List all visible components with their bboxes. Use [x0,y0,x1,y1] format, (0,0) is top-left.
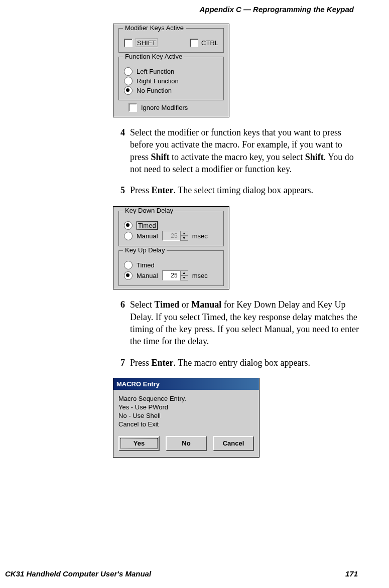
unit-label: msec [192,232,208,240]
label-ctrl: CTRL [201,39,218,47]
step-text: Press [130,185,152,195]
yes-button[interactable]: Yes [118,436,160,452]
step-5: 5 Press Enter. The select timing dialog … [113,184,359,196]
bold-shift: Shift [151,152,170,162]
chevron-up-icon[interactable]: ▲ [180,270,188,275]
label-no-function: No Function [137,87,172,94]
chevron-down-icon[interactable]: ▼ [180,236,188,241]
group-label: Modifier Keys Active [123,24,186,32]
bold-timed: Timed [154,300,179,310]
step-number: 6 [113,299,125,347]
keydown-value: 25 [162,231,180,241]
step-text: . The macro entry dialog box appears. [174,358,311,368]
step-text: to activate the macro key, you select [170,152,305,162]
label-right-function: Right Function [137,77,179,85]
label-left-function: Left Function [137,68,174,75]
footer-title: CK31 Handheld Computer User's Manual [5,569,151,578]
modifier-dialog: Modifier Keys Active SHIFT CTRL Function… [113,24,229,117]
macro-entry-dialog: MACRO Entry Macro Sequence Entry. Yes - … [113,378,260,458]
timing-dialog: Key Down Delay Timed Manual 25 ▲▼ msec K… [113,206,229,289]
group-label: Function Key Active [123,53,184,60]
step-6: 6 Select Timed or Manual for Key Down De… [113,299,359,347]
bold-enter: Enter [152,185,174,195]
checkbox-ctrl[interactable] [190,39,198,47]
dialog-text: Yes - Use PWord [118,403,254,412]
unit-label: msec [192,272,208,279]
step-text: or [179,300,191,310]
label-shift: SHIFT [136,39,158,47]
label-ignore-modifiers: Ignore Modifiers [141,104,188,111]
step-4: 4 Select the modifier or function keys t… [113,126,359,175]
label-timed: Timed [137,221,158,230]
running-header: Appendix C — Reprogramming the Keypad [0,5,354,14]
dialog-title: MACRO Entry [113,378,259,390]
group-label: Key Up Delay [123,246,167,254]
page-number: 171 [345,569,358,578]
keydown-value-spinner[interactable]: 25 ▲▼ [162,231,188,241]
checkbox-ignore-modifiers[interactable] [128,103,137,112]
step-text: Select [130,300,154,310]
label-manual: Manual [137,232,158,240]
radio-keydown-manual[interactable] [124,232,133,240]
radio-right-function[interactable] [124,77,133,85]
keyup-value-spinner[interactable]: 25 ▲▼ [162,270,188,280]
keyup-value: 25 [162,270,180,280]
bold-manual: Manual [191,300,221,310]
dialog-text: Macro Sequence Entry. [118,395,254,403]
bold-shift: Shift [305,152,324,162]
dialog-text: Cancel to Exit [118,420,254,429]
group-key-down: Key Down Delay Timed Manual 25 ▲▼ msec [118,211,224,246]
group-label: Key Down Delay [123,207,175,214]
chevron-down-icon[interactable]: ▼ [180,275,188,280]
checkbox-shift[interactable] [124,39,133,47]
step-text: . The select timing dialog box appears. [174,185,314,195]
radio-keyup-timed[interactable] [124,261,133,269]
step-text: Press [130,358,152,368]
radio-left-function[interactable] [124,67,133,76]
radio-keydown-timed[interactable] [124,221,133,230]
step-7: 7 Press Enter. The macro entry dialog bo… [113,357,359,369]
radio-no-function[interactable] [124,86,133,95]
radio-keyup-manual[interactable] [124,271,133,280]
group-modifier-keys: Modifier Keys Active SHIFT CTRL [118,28,224,53]
step-number: 4 [113,126,125,175]
bold-enter: Enter [152,358,174,368]
chevron-up-icon[interactable]: ▲ [180,231,188,236]
step-number: 5 [113,184,125,196]
label-timed: Timed [137,261,155,269]
label-manual: Manual [137,272,158,279]
cancel-button[interactable]: Cancel [213,436,254,452]
group-function-key: Function Key Active Left Function Right … [118,57,224,100]
no-button[interactable]: No [166,436,207,452]
dialog-text: No - Use Shell [118,412,254,420]
step-number: 7 [113,357,125,369]
group-key-up: Key Up Delay Timed Manual 25 ▲▼ msec [118,250,224,286]
